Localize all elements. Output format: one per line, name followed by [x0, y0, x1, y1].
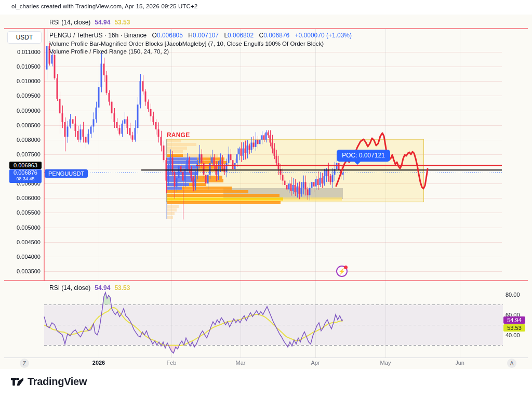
- tradingview-logo-icon: [10, 375, 24, 388]
- open-label: O: [152, 32, 157, 39]
- tradingview-logo[interactable]: TradingView: [10, 375, 87, 388]
- change-value: +0.000070 (+1.03%): [295, 32, 352, 39]
- price-scale-label: 0.009000: [0, 108, 41, 114]
- time-scale-label: Jun: [455, 360, 464, 366]
- price-scale-label: 0.010500: [0, 63, 41, 70]
- time-scale-label: May: [380, 360, 391, 366]
- scroll-right-button[interactable]: A: [507, 359, 516, 368]
- flash-idea-icon[interactable]: ⚡: [336, 266, 348, 277]
- tradingview-logo-text: TradingView: [28, 376, 87, 388]
- attribution-text: ol_charles created with TradingView.com,…: [11, 3, 197, 9]
- symbol-legend-row[interactable]: PENGU / TetherUS · 16h · Binance O0.0068…: [49, 32, 352, 39]
- rsi-pane-value-smooth: 53.53: [114, 284, 130, 292]
- bar-countdown: 08:34:45: [9, 176, 42, 182]
- black-line-price-badge: 0.006963: [9, 162, 42, 169]
- rsi-scale-label: 80.00: [506, 292, 528, 298]
- price-scale-label: 0.008000: [0, 137, 41, 143]
- rsi-top-value-main: 54.94: [95, 19, 110, 26]
- range-drawing-label[interactable]: RANGE: [167, 131, 190, 139]
- poc-tooltip[interactable]: POC: 0.007121: [337, 150, 390, 162]
- price-scale-label: 0.008500: [0, 122, 41, 128]
- chart-page: ol_charles created with TradingView.com,…: [0, 0, 532, 397]
- rsi-top-legend[interactable]: RSI (14, close)54.9453.53: [49, 19, 130, 26]
- symbol-title: PENGU / TetherUS · 16h · Binance: [49, 32, 147, 39]
- rsi-top-value-smooth: 53.53: [114, 19, 130, 26]
- rsi-pane-value-main: 54.94: [95, 284, 110, 292]
- indicator-legend-order-blocks[interactable]: Volume Profile Bar-Magnified Order Block…: [49, 41, 324, 47]
- pane-separator-bottom[interactable]: [4, 280, 528, 281]
- pane-separator-left: [44, 29, 45, 281]
- price-scale-label: 0.006000: [0, 195, 41, 201]
- low-value: 0.006802: [228, 32, 254, 39]
- currency-toggle-button[interactable]: USDT: [7, 31, 42, 44]
- time-scale-label: 2026: [92, 360, 105, 366]
- close-label: C: [259, 32, 263, 39]
- price-scale-label: 0.011000: [0, 49, 41, 55]
- rsi-pane-legend[interactable]: RSI (14, close)54.9453.53: [49, 284, 130, 292]
- time-scale-label: Feb: [167, 360, 177, 366]
- time-scale-label: Mar: [236, 360, 246, 366]
- price-scale-label: 0.004500: [0, 239, 41, 245]
- rsi-scale-label: 40.00: [506, 332, 528, 338]
- rsi-value-badge: 54.94: [503, 316, 525, 324]
- price-scale-label: 0.009500: [0, 92, 41, 99]
- open-value: 0.006805: [157, 32, 183, 39]
- price-scale-label: 0.003500: [0, 268, 41, 274]
- pane-separator-top[interactable]: [4, 28, 528, 29]
- main-chart-canvas[interactable]: [0, 0, 532, 397]
- rsi-top-title: RSI (14, close): [49, 19, 90, 26]
- indicator-legend-volume-profile[interactable]: Volume Profile / Fixed Range (150, 24, 7…: [49, 48, 169, 55]
- price-scale-label: 0.005500: [0, 209, 41, 216]
- scroll-left-button[interactable]: Z: [20, 359, 29, 368]
- time-scale-label: Apr: [311, 360, 320, 366]
- close-value: 0.006876: [263, 32, 289, 39]
- symbol-price-line-tag[interactable]: PENGUUSDT: [45, 169, 88, 178]
- price-scale-label: 0.010000: [0, 78, 41, 84]
- price-scale-label: 0.005000: [0, 224, 41, 231]
- rsi-pane-title: RSI (14, close): [49, 284, 90, 292]
- time-axis-divider: [4, 358, 528, 358]
- high-value: 0.007107: [193, 32, 219, 39]
- price-scale-label: 0.007500: [0, 151, 41, 157]
- high-label: H: [188, 32, 193, 39]
- current-price-value: 0.006876: [9, 169, 42, 176]
- price-scale-label: 0.004000: [0, 254, 41, 260]
- current-price-badge: 0.006876 08:34:45: [9, 169, 42, 183]
- notification-dot: [344, 266, 348, 269]
- rsi-smooth-value-badge: 53.53: [503, 324, 525, 332]
